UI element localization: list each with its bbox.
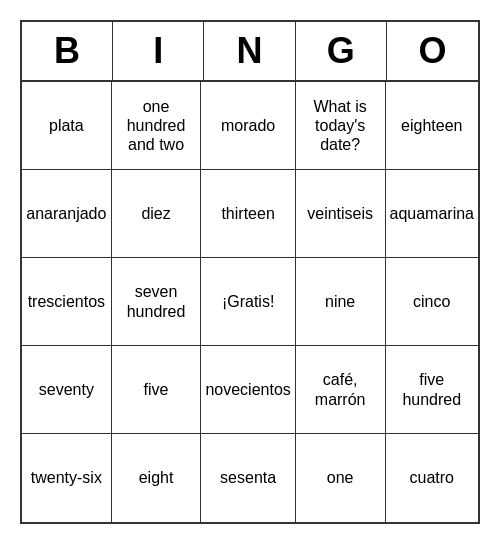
bingo-card: BINGO plataone hundred and twomoradoWhat… — [20, 20, 480, 524]
bingo-cell: aquamarina — [386, 170, 479, 258]
bingo-grid: plataone hundred and twomoradoWhat is to… — [22, 82, 478, 522]
cell-text: diez — [141, 204, 170, 223]
bingo-cell: café, marrón — [296, 346, 386, 434]
cell-text: twenty-six — [31, 468, 102, 487]
bingo-cell: five hundred — [386, 346, 479, 434]
bingo-header: BINGO — [22, 22, 478, 82]
cell-text: plata — [49, 116, 84, 135]
bingo-cell: nine — [296, 258, 386, 346]
cell-text: trescientos — [28, 292, 105, 311]
cell-text: one hundred and two — [116, 97, 197, 155]
bingo-cell: eighteen — [386, 82, 479, 170]
cell-text: eight — [139, 468, 174, 487]
cell-text: ¡Gratis! — [222, 292, 274, 311]
bingo-cell: seventy — [22, 346, 112, 434]
bingo-cell: What is today's date? — [296, 82, 386, 170]
cell-text: eighteen — [401, 116, 462, 135]
bingo-cell: twenty-six — [22, 434, 112, 522]
bingo-cell: diez — [112, 170, 202, 258]
cell-text: anaranjado — [26, 204, 106, 223]
bingo-cell: sesenta — [201, 434, 295, 522]
cell-text: nine — [325, 292, 355, 311]
bingo-cell: one hundred and two — [112, 82, 202, 170]
bingo-cell: ¡Gratis! — [201, 258, 295, 346]
cell-text: seventy — [39, 380, 94, 399]
cell-text: aquamarina — [390, 204, 475, 223]
cell-text: cinco — [413, 292, 450, 311]
cell-text: thirteen — [221, 204, 274, 223]
cell-text: café, marrón — [300, 370, 381, 408]
bingo-cell: eight — [112, 434, 202, 522]
header-letter: I — [113, 22, 204, 80]
cell-text: sesenta — [220, 468, 276, 487]
cell-text: cuatro — [410, 468, 454, 487]
bingo-cell: seven hundred — [112, 258, 202, 346]
bingo-cell: thirteen — [201, 170, 295, 258]
bingo-cell: veintiseis — [296, 170, 386, 258]
cell-text: five — [144, 380, 169, 399]
header-letter: G — [296, 22, 387, 80]
bingo-cell: novecientos — [201, 346, 295, 434]
header-letter: N — [204, 22, 295, 80]
bingo-cell: cinco — [386, 258, 479, 346]
cell-text: veintiseis — [307, 204, 373, 223]
cell-text: one — [327, 468, 354, 487]
cell-text: What is today's date? — [300, 97, 381, 155]
bingo-cell: cuatro — [386, 434, 479, 522]
cell-text: novecientos — [205, 380, 290, 399]
bingo-cell: plata — [22, 82, 112, 170]
cell-text: five hundred — [390, 370, 475, 408]
bingo-cell: five — [112, 346, 202, 434]
header-letter: O — [387, 22, 478, 80]
bingo-cell: morado — [201, 82, 295, 170]
cell-text: morado — [221, 116, 275, 135]
bingo-cell: trescientos — [22, 258, 112, 346]
header-letter: B — [22, 22, 113, 80]
cell-text: seven hundred — [116, 282, 197, 320]
bingo-cell: anaranjado — [22, 170, 112, 258]
bingo-cell: one — [296, 434, 386, 522]
